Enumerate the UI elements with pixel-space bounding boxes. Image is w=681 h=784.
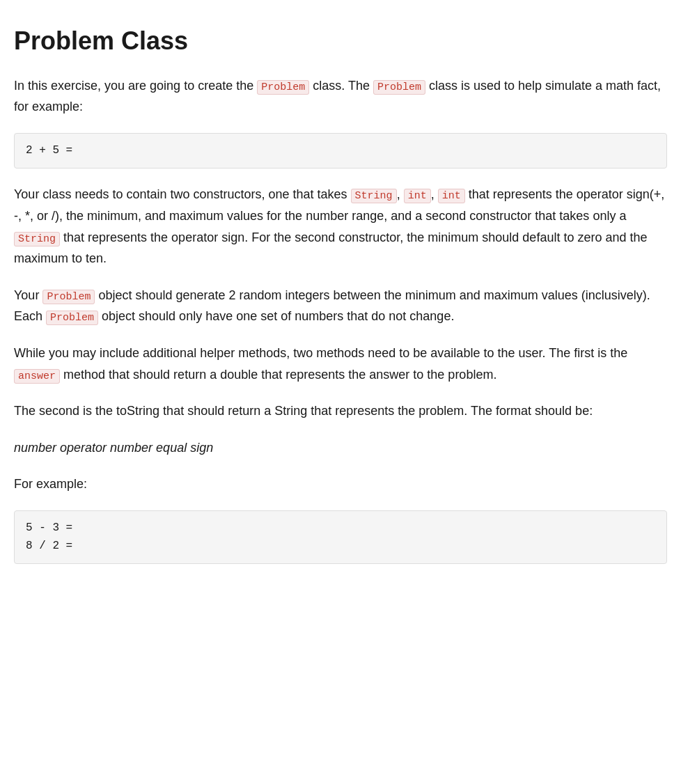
paragraph-constructors: Your class needs to contain two construc… [14, 184, 667, 269]
code-block-2: 5 - 3 = 8 / 2 = [14, 510, 667, 564]
intro-text-middle: class. The [309, 79, 373, 93]
para2-comma-2: , [431, 187, 438, 201]
para4-text-before: While you may include additional helper … [14, 346, 627, 360]
for-example-label: For example: [14, 473, 667, 495]
intro-text-before: In this exercise, you are going to creat… [14, 79, 257, 93]
code-block-2-line2: 8 / 2 = [26, 538, 655, 556]
inline-code-problem-1: Problem [257, 80, 309, 95]
para4-text-end: method that should return a double that … [60, 368, 496, 382]
page-title: Problem Class [14, 21, 667, 61]
paragraph-random-integers: Your Problem object should generate 2 ra… [14, 285, 667, 327]
inline-code-problem-4: Problem [46, 311, 98, 325]
inline-code-problem-2: Problem [373, 80, 425, 95]
inline-code-answer: answer [14, 369, 60, 384]
inline-code-int-2: int [438, 189, 465, 203]
format-italic-text: number operator number equal sign [14, 437, 667, 459]
para2-text-end: that represents the operator sign. For t… [14, 230, 647, 266]
code-block-1: 2 + 5 = [14, 133, 667, 169]
inline-code-string-1: String [351, 189, 397, 203]
inline-code-problem-3: Problem [42, 290, 95, 304]
para3-text-end: object should only have one set of numbe… [98, 309, 454, 323]
paragraph-tostring: The second is the toString that should r… [14, 400, 667, 422]
code-block-1-text: 2 + 5 = [26, 144, 72, 157]
para3-text-before: Your [14, 288, 42, 302]
paragraph-helper-methods: While you may include additional helper … [14, 343, 667, 385]
code-block-2-line1: 5 - 3 = [26, 519, 655, 538]
inline-code-string-2: String [14, 232, 60, 246]
intro-paragraph: In this exercise, you are going to creat… [14, 75, 667, 118]
para2-comma-1: , [397, 187, 404, 201]
inline-code-int-1: int [404, 189, 431, 203]
para2-text-before: Your class needs to contain two construc… [14, 187, 351, 201]
